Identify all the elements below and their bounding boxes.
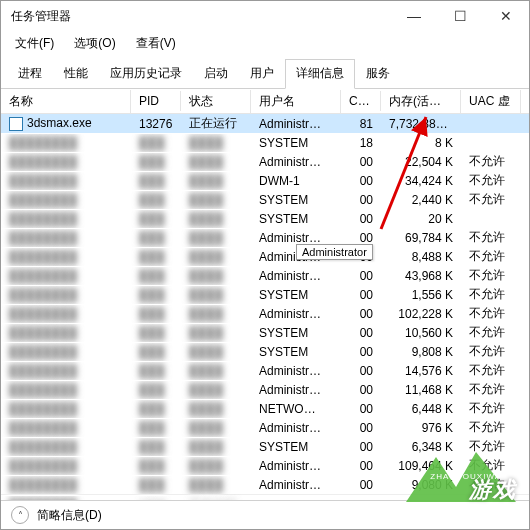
cell-user: SYSTEM xyxy=(251,191,341,209)
cell-cpu: 00 xyxy=(341,172,381,190)
cell-pid: ███ xyxy=(131,229,181,247)
col-uac[interactable]: UAC 虚 xyxy=(461,90,521,113)
table-row[interactable]: ███████████████Administr…00109,464 K不允许 xyxy=(1,456,529,475)
table-row[interactable]: ███████████████Administr…00102,228 K不允许 xyxy=(1,304,529,323)
cell-status: ████ xyxy=(181,229,251,247)
cell-pid: ███ xyxy=(131,210,181,228)
cell-pid: ███ xyxy=(131,267,181,285)
cell-cpu: 00 xyxy=(341,438,381,456)
cell-mem: 976 K xyxy=(381,419,461,437)
table-row[interactable]: ███████████████SYSTEM009,808 K不允许 xyxy=(1,342,529,361)
cell-uac: 不允许 xyxy=(461,455,521,476)
cell-mem: 11,468 K xyxy=(381,381,461,399)
table-row[interactable]: ███████████████Administr…009,080 K不允许 xyxy=(1,475,529,494)
col-user[interactable]: 用户名 xyxy=(251,90,341,113)
cell-status: ████ xyxy=(181,134,251,152)
cell-status: ████ xyxy=(181,248,251,266)
cell-pid: ███ xyxy=(131,191,181,209)
col-pid[interactable]: PID xyxy=(131,91,181,111)
tab-performance[interactable]: 性能 xyxy=(53,59,99,89)
cell-pid: ███ xyxy=(131,381,181,399)
table-row[interactable]: ███████████████SYSTEM0020 K xyxy=(1,209,529,228)
table-row[interactable]: ███████████████Administr…008,488 K不允许 xyxy=(1,247,529,266)
menu-bar: 文件(F) 选项(O) 查看(V) xyxy=(1,31,529,58)
cell-user: SYSTEM xyxy=(251,286,341,304)
cell-user: Administr… xyxy=(251,153,341,171)
title-bar: 任务管理器 ― ☐ ✕ xyxy=(1,1,529,31)
table-row[interactable]: ███████████████DWM-10034,424 K不允许 xyxy=(1,171,529,190)
cell-mem: 20 K xyxy=(381,210,461,228)
tooltip: Administrator xyxy=(296,244,373,260)
table-row[interactable]: 3dsmax.exe13276正在运行Administr…817,732,388… xyxy=(1,114,529,133)
cell-cpu: 00 xyxy=(341,457,381,475)
cell-mem: 7,732,388… xyxy=(381,115,461,133)
col-status[interactable]: 状态 xyxy=(181,90,251,113)
maximize-button[interactable]: ☐ xyxy=(437,1,483,31)
cell-name: ████████ xyxy=(1,400,131,418)
cell-status: ████ xyxy=(181,191,251,209)
table-row[interactable]: ███████████████SYSTEM001,556 K不允许 xyxy=(1,285,529,304)
cell-user: NETWO… xyxy=(251,400,341,418)
process-grid[interactable]: 名称 PID 状态 用户名 CPU 内存(活动… UAC 虚 3dsmax.ex… xyxy=(1,89,529,501)
cell-status: ████ xyxy=(181,381,251,399)
cell-status: ████ xyxy=(181,324,251,342)
menu-options[interactable]: 选项(O) xyxy=(66,33,123,54)
table-row[interactable]: ███████████████Administr…0011,468 K不允许 xyxy=(1,380,529,399)
close-button[interactable]: ✕ xyxy=(483,1,529,31)
cell-uac: 不允许 xyxy=(461,151,521,172)
col-mem[interactable]: 内存(活动… xyxy=(381,90,461,113)
table-row[interactable]: ███████████████Administr…0014,576 K不允许 xyxy=(1,361,529,380)
cell-name: ████████ xyxy=(1,286,131,304)
cell-name: ████████ xyxy=(1,362,131,380)
minimize-button[interactable]: ― xyxy=(391,1,437,31)
table-row[interactable]: ███████████████Administr…00976 K不允许 xyxy=(1,418,529,437)
cell-user: Administr… xyxy=(251,476,341,494)
cell-pid: 13276 xyxy=(131,115,181,133)
tab-users[interactable]: 用户 xyxy=(239,59,285,89)
cell-name: 3dsmax.exe xyxy=(1,114,131,133)
cell-pid: ███ xyxy=(131,286,181,304)
table-row[interactable]: ███████████████SYSTEM188 K xyxy=(1,133,529,152)
fewer-details-label[interactable]: 简略信息(D) xyxy=(37,507,102,524)
tab-startup[interactable]: 启动 xyxy=(193,59,239,89)
table-row[interactable]: ███████████████Administr…0043,968 K不允许 xyxy=(1,266,529,285)
cell-status: ████ xyxy=(181,172,251,190)
table-row[interactable]: ███████████████Administr…0022,504 K不允许 xyxy=(1,152,529,171)
col-cpu[interactable]: CPU xyxy=(341,91,381,111)
menu-file[interactable]: 文件(F) xyxy=(7,33,62,54)
cell-pid: ███ xyxy=(131,153,181,171)
tab-services[interactable]: 服务 xyxy=(355,59,401,89)
table-row[interactable]: ███████████████SYSTEM006,348 K不允许 xyxy=(1,437,529,456)
cell-name: ████████ xyxy=(1,419,131,437)
table-row[interactable]: ███████████████SYSTEM002,440 K不允许 xyxy=(1,190,529,209)
cell-cpu: 00 xyxy=(341,324,381,342)
col-name[interactable]: 名称 xyxy=(1,90,131,113)
cell-name: ████████ xyxy=(1,248,131,266)
tab-app-history[interactable]: 应用历史记录 xyxy=(99,59,193,89)
cell-uac: 不允许 xyxy=(461,341,521,362)
cell-uac: 不允许 xyxy=(461,322,521,343)
cell-uac: 不允许 xyxy=(461,379,521,400)
cell-name: ████████ xyxy=(1,267,131,285)
cell-uac: 不允许 xyxy=(461,360,521,381)
cell-user: Administr… xyxy=(251,419,341,437)
cell-user: Administr… xyxy=(251,362,341,380)
tab-details[interactable]: 详细信息 xyxy=(285,59,355,89)
tab-processes[interactable]: 进程 xyxy=(7,59,53,89)
cell-name: ████████ xyxy=(1,191,131,209)
cell-pid: ███ xyxy=(131,248,181,266)
cell-cpu: 00 xyxy=(341,419,381,437)
cell-uac: 不允许 xyxy=(461,246,521,267)
cell-cpu: 00 xyxy=(341,305,381,323)
cell-pid: ███ xyxy=(131,457,181,475)
table-row[interactable]: ███████████████SYSTEM0010,560 K不允许 xyxy=(1,323,529,342)
table-row[interactable]: ███████████████NETWO…006,448 K不允许 xyxy=(1,399,529,418)
table-row[interactable]: ███████████████Administr…0069,784 K不允许 xyxy=(1,228,529,247)
chevron-up-icon[interactable]: ˄ xyxy=(11,506,29,524)
menu-view[interactable]: 查看(V) xyxy=(128,33,184,54)
cell-status: ████ xyxy=(181,286,251,304)
cell-uac: 不允许 xyxy=(461,170,521,191)
cell-status: ████ xyxy=(181,419,251,437)
cell-uac: 不允许 xyxy=(461,189,521,210)
cell-pid: ███ xyxy=(131,419,181,437)
